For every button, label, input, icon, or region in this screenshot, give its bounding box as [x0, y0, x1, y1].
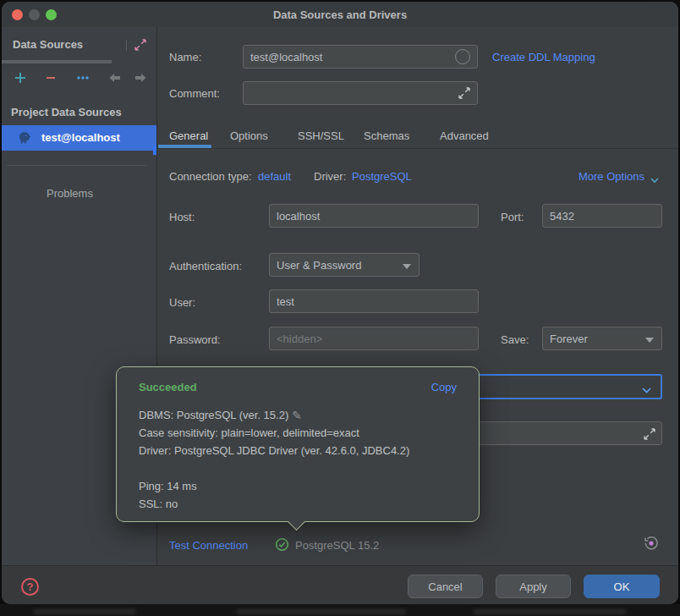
tab-advanced[interactable]: Advanced	[440, 129, 489, 142]
window-title: Data Sources and Drivers	[2, 8, 678, 21]
edit-pencil-icon[interactable]: ✎	[292, 407, 302, 425]
dropdown-arrow-icon	[403, 264, 411, 269]
project-data-sources-header: Project Data Sources	[11, 106, 122, 118]
sidebar-header-separator	[126, 40, 127, 51]
background-blur-shape	[34, 609, 135, 614]
password-input[interactable]	[269, 327, 479, 350]
popup-pointer	[288, 513, 305, 531]
comment-input[interactable]	[243, 81, 478, 105]
minus-icon	[45, 72, 57, 84]
tab-schemas[interactable]: Schemas	[364, 129, 409, 142]
driver-label: Driver:	[314, 170, 346, 183]
popup-line-ping: Ping: 14 ms	[139, 477, 409, 495]
host-label: Host:	[169, 211, 195, 223]
more-actions-button[interactable]	[74, 69, 91, 86]
tab-general[interactable]: General	[169, 129, 208, 142]
copy-link[interactable]: Copy	[431, 381, 457, 393]
sidebar-item-datasource[interactable]: test@localhost	[2, 125, 156, 151]
create-ddl-mapping-link[interactable]: Create DDL Mapping	[492, 51, 595, 63]
driver-value-link[interactable]: PostgreSQL	[352, 170, 412, 183]
save-label: Save:	[501, 333, 529, 346]
history-revert-icon[interactable]	[643, 535, 660, 555]
popup-line-ssl: SSL: no	[139, 495, 409, 513]
desktop-background	[0, 604, 680, 616]
user-label: User:	[169, 296, 195, 309]
test-connection-link[interactable]: Test Connection	[169, 539, 248, 552]
success-check-icon	[275, 537, 289, 555]
popup-line-dbms: DBMS: PostgreSQL (ver. 15.2)✎	[139, 406, 409, 424]
name-label: Name:	[169, 51, 201, 63]
port-input[interactable]	[542, 204, 662, 228]
dropdown-arrow-icon	[645, 338, 654, 343]
help-button[interactable]: ?	[21, 578, 39, 596]
cancel-button[interactable]: Cancel	[408, 575, 483, 598]
connection-type-value-link[interactable]: default	[258, 170, 291, 183]
authentication-select[interactable]: User & Password	[269, 253, 420, 277]
popup-details: DBMS: PostgreSQL (ver. 15.2)✎ Case sensi…	[139, 406, 409, 513]
expand-url-icon[interactable]	[644, 428, 655, 443]
arrow-left-icon	[108, 72, 122, 84]
popup-status-text: Succeeded	[139, 381, 197, 393]
ok-button[interactable]: OK	[584, 575, 660, 598]
test-result-text: PostgreSQL 15.2	[295, 539, 379, 552]
popup-line-driver: Driver: PostgreSQL JDBC Driver (ver. 42.…	[139, 442, 409, 459]
port-label: Port:	[501, 211, 524, 223]
ellipsis-icon	[76, 72, 90, 84]
sidebar-scrollbar[interactable]	[2, 60, 112, 63]
save-select[interactable]: Forever	[542, 327, 662, 350]
forward-button[interactable]	[132, 69, 149, 86]
apply-button[interactable]: Apply	[496, 575, 571, 598]
sidebar-item-problems[interactable]: Problems	[47, 187, 93, 200]
add-data-source-button[interactable]	[12, 69, 29, 86]
active-tab-indicator	[158, 145, 211, 148]
chevron-down-icon	[641, 382, 652, 398]
tab-ssh-ssl[interactable]: SSH/SSL	[298, 129, 344, 142]
tab-strip-divider	[157, 148, 678, 149]
sidebar-item-label: test@localhost	[41, 131, 120, 144]
expand-comment-icon[interactable]	[458, 87, 470, 102]
arrow-right-icon	[134, 72, 147, 84]
title-bar: Data Sources and Drivers	[2, 2, 678, 27]
connection-result-popup: Succeeded Copy DBMS: PostgreSQL (ver. 15…	[116, 366, 480, 522]
plus-icon	[14, 72, 26, 84]
save-value: Forever	[550, 333, 588, 345]
host-input[interactable]	[269, 204, 479, 228]
remove-data-source-button[interactable]	[42, 69, 59, 86]
chevron-down-icon[interactable]	[650, 173, 660, 188]
back-button[interactable]	[107, 69, 123, 86]
user-input[interactable]	[269, 289, 479, 313]
sidebar-divider	[7, 165, 147, 166]
authentication-label: Authentication:	[169, 260, 242, 272]
background-blur-shape	[474, 609, 626, 614]
expand-panel-icon[interactable]	[134, 39, 146, 51]
authentication-value: User & Password	[277, 259, 361, 272]
popup-line-spacer	[139, 459, 409, 477]
connection-type-label: Connection type:	[169, 170, 252, 183]
more-options-link[interactable]: More Options	[579, 170, 644, 183]
tab-options[interactable]: Options	[230, 129, 268, 142]
footer-bar: ? Cancel Apply OK	[2, 565, 678, 604]
name-input[interactable]	[243, 45, 478, 69]
help-question-icon: ?	[27, 580, 34, 593]
sidebar-panel-title: Data Sources	[13, 38, 83, 51]
background-blur-shape	[237, 609, 406, 614]
comment-label: Comment:	[169, 87, 220, 100]
password-label: Password:	[169, 333, 221, 346]
postgresql-elephant-icon	[17, 130, 32, 149]
data-sources-dialog: Data Sources and Drivers Data Sources Pr…	[2, 2, 678, 604]
popup-line-case: Case sensitivity: plain=lower, delimited…	[139, 424, 409, 442]
refresh-spinner-icon	[455, 49, 470, 64]
